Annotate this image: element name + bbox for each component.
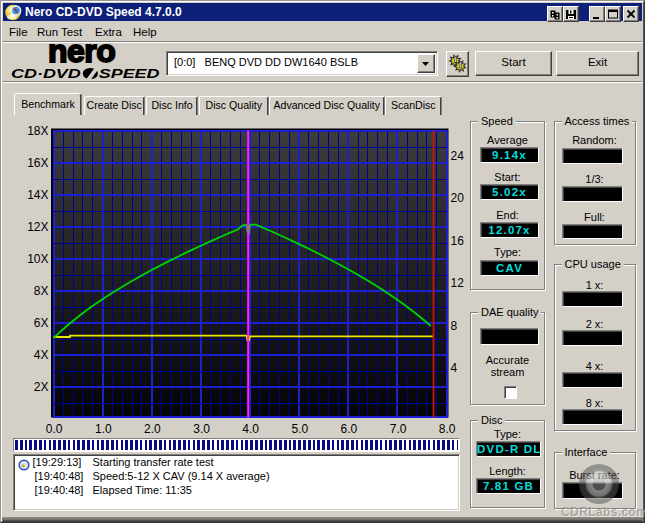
svg-text:24: 24 xyxy=(451,149,465,163)
svg-text:8X: 8X xyxy=(34,284,49,298)
svg-text:8.0: 8.0 xyxy=(439,422,456,436)
svg-text:18X: 18X xyxy=(27,124,48,138)
svg-text:6.0: 6.0 xyxy=(341,422,358,436)
svg-text:4X: 4X xyxy=(34,348,49,362)
svg-text:20: 20 xyxy=(451,191,465,205)
svg-text:7.0: 7.0 xyxy=(390,422,407,436)
svg-text:16: 16 xyxy=(451,234,465,248)
svg-text:12: 12 xyxy=(451,276,465,290)
svg-text:8: 8 xyxy=(451,319,458,333)
svg-text:2X: 2X xyxy=(34,380,49,394)
svg-text:10X: 10X xyxy=(27,252,48,266)
svg-text:6X: 6X xyxy=(34,316,49,330)
svg-text:14X: 14X xyxy=(27,188,48,202)
svg-text:2.0: 2.0 xyxy=(144,422,161,436)
svg-text:1.0: 1.0 xyxy=(95,422,112,436)
svg-text:4: 4 xyxy=(451,361,458,375)
svg-text:5.0: 5.0 xyxy=(291,422,308,436)
svg-text:4.0: 4.0 xyxy=(242,422,259,436)
svg-text:3.0: 3.0 xyxy=(193,422,210,436)
svg-text:0.0: 0.0 xyxy=(46,422,63,436)
svg-text:12X: 12X xyxy=(27,220,48,234)
svg-text:16X: 16X xyxy=(27,156,48,170)
